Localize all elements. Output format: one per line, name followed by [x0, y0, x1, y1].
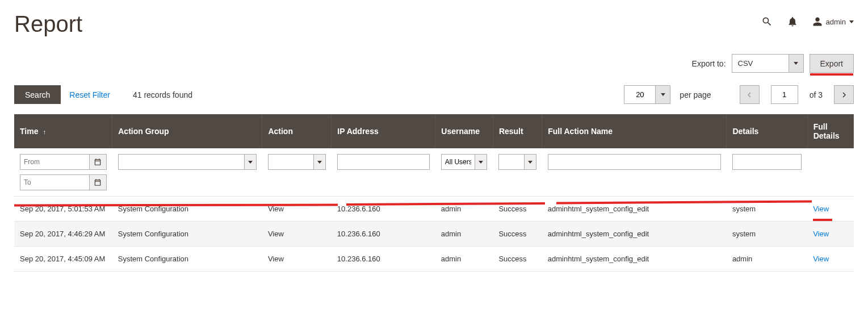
view-details-link[interactable]: View	[813, 205, 829, 213]
table-cell: Success	[493, 247, 542, 272]
table-cell: system	[727, 222, 807, 247]
col-header-details[interactable]: Details	[727, 114, 807, 148]
page-of-label: of 3	[810, 90, 823, 99]
view-details-link[interactable]: View	[813, 230, 829, 238]
table-cell: View	[262, 247, 332, 272]
search-icon[interactable]	[761, 16, 773, 27]
per-page-value[interactable]	[624, 85, 655, 104]
table-cell: View	[807, 247, 853, 272]
chevron-down-icon[interactable]	[313, 154, 326, 170]
table-cell: 10.236.6.160	[332, 197, 435, 222]
table-cell: System Configuration	[112, 197, 262, 222]
col-header-action[interactable]: Action	[262, 114, 332, 148]
table-cell: admin	[435, 197, 493, 222]
table-cell: View	[807, 222, 853, 247]
table-cell: View	[262, 197, 332, 222]
export-button[interactable]: Export	[810, 54, 854, 73]
chevron-down-icon[interactable]	[655, 85, 670, 104]
page-title: Report	[14, 11, 82, 37]
export-format-value[interactable]	[732, 54, 789, 73]
table-row: Sep 20, 2017, 5:01:53 AMSystem Configura…	[14, 197, 854, 222]
table-cell: Sep 20, 2017, 4:45:09 AM	[14, 247, 112, 272]
reset-filter-link[interactable]: Reset Filter	[61, 90, 119, 99]
report-grid: Time↑ Action Group Action IP Address Use…	[14, 114, 854, 272]
chevron-right-icon	[841, 92, 847, 98]
per-page-select[interactable]	[624, 85, 670, 104]
filter-time-to[interactable]	[20, 174, 107, 190]
col-header-time[interactable]: Time↑	[14, 114, 112, 148]
col-header-ip[interactable]: IP Address	[332, 114, 435, 148]
filter-result[interactable]	[498, 154, 536, 170]
calendar-icon[interactable]	[90, 154, 107, 170]
filter-username-input[interactable]	[441, 154, 475, 170]
filter-action-group-input[interactable]	[118, 154, 244, 170]
filter-details-input[interactable]	[732, 154, 802, 170]
per-page-label: per page	[680, 90, 711, 99]
table-cell: 10.236.6.160	[332, 222, 435, 247]
filter-username[interactable]	[441, 154, 488, 170]
filter-action-input[interactable]	[268, 154, 313, 170]
table-cell: Sep 20, 2017, 5:01:53 AM	[14, 197, 112, 222]
page-current-input[interactable]	[771, 85, 798, 104]
user-icon	[812, 16, 823, 27]
pager-prev-button[interactable]	[740, 85, 760, 104]
filter-full-action-input[interactable]	[548, 154, 721, 170]
table-cell: admin	[727, 247, 807, 272]
col-header-full-action[interactable]: Full Action Name	[542, 114, 727, 148]
table-row: Sep 20, 2017, 4:46:29 AMSystem Configura…	[14, 222, 854, 247]
bell-icon[interactable]	[787, 16, 798, 27]
table-row: Sep 20, 2017, 4:45:09 AMSystem Configura…	[14, 247, 854, 272]
admin-user-label: admin	[826, 18, 846, 26]
chevron-down-icon[interactable]	[475, 154, 487, 170]
table-cell: View	[807, 197, 853, 222]
col-header-username[interactable]: Username	[435, 114, 493, 148]
filter-action[interactable]	[268, 154, 326, 170]
chevron-left-icon	[747, 92, 752, 98]
calendar-icon[interactable]	[90, 174, 107, 190]
filter-time-from-input[interactable]	[20, 154, 90, 170]
col-header-result[interactable]: Result	[493, 114, 542, 148]
admin-user-menu[interactable]: admin	[812, 16, 854, 27]
chevron-down-icon[interactable]	[789, 54, 804, 73]
export-to-label: Export to:	[692, 59, 726, 68]
table-cell: System Configuration	[112, 222, 262, 247]
pager-next-button[interactable]	[834, 85, 854, 104]
table-cell: adminhtml_system_config_edit	[542, 222, 727, 247]
view-details-link[interactable]: View	[813, 255, 829, 263]
filter-time-from[interactable]	[20, 154, 107, 170]
col-header-full-details[interactable]: Full Details	[807, 114, 853, 148]
filter-ip-input[interactable]	[337, 154, 430, 170]
filter-action-group[interactable]	[118, 154, 257, 170]
export-format-select[interactable]	[732, 54, 804, 73]
table-cell: admin	[435, 247, 493, 272]
table-cell: 10.236.6.160	[332, 247, 435, 272]
filter-result-input[interactable]	[498, 154, 523, 170]
search-button[interactable]: Search	[14, 85, 61, 104]
table-cell: Sep 20, 2017, 4:46:29 AM	[14, 222, 112, 247]
sort-asc-icon: ↑	[43, 128, 46, 135]
chevron-down-icon[interactable]	[524, 154, 536, 170]
table-cell: Success	[493, 197, 542, 222]
table-cell: Success	[493, 222, 542, 247]
chevron-down-icon[interactable]	[244, 154, 257, 170]
filter-time-to-input[interactable]	[20, 174, 90, 190]
table-cell: admin	[435, 222, 493, 247]
records-found-label: 41 records found	[133, 90, 192, 99]
table-cell: adminhtml_system_config_edit	[542, 197, 727, 222]
table-cell: View	[262, 222, 332, 247]
chevron-down-icon	[849, 20, 854, 23]
table-cell: System Configuration	[112, 247, 262, 272]
table-cell: adminhtml_system_config_edit	[542, 247, 727, 272]
col-header-action-group[interactable]: Action Group	[112, 114, 262, 148]
